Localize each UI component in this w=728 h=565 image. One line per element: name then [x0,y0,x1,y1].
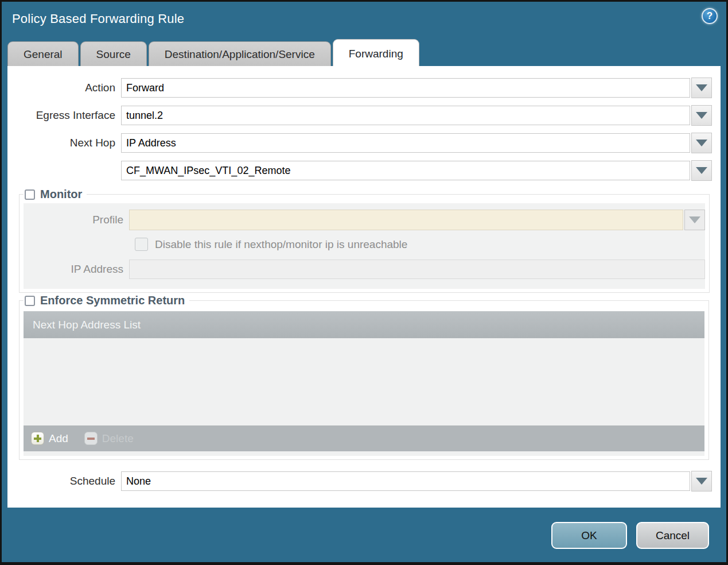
symmetric-return-checkbox[interactable] [25,296,35,306]
add-plus-icon [31,432,44,445]
profile-combo [129,210,705,230]
symmetric-return-fieldset: Enforce Symmetric Return Next Hop Addres… [19,294,709,460]
schedule-combo: None [121,471,712,492]
monitor-fieldset: Monitor Profile Disable this rule if nex… [19,188,710,293]
delete-minus-icon [84,432,98,445]
tab-destination-application-service[interactable]: Destination/Application/Service [149,41,331,66]
chevron-down-icon [696,167,707,174]
dialog-title: Policy Based Forwarding Rule [12,11,726,26]
profile-field [129,210,683,230]
dialog-footer: OK Cancel [2,509,726,562]
action-label: Action [7,82,121,94]
next-hop-address-combo: CF_MWAN_IPsec_VTI_02_Remote [121,160,712,181]
tab-forwarding[interactable]: Forwarding [333,39,419,66]
chevron-down-icon [689,216,700,223]
tab-general[interactable]: General [7,41,79,66]
tab-source[interactable]: Source [80,41,147,66]
dialog-titlebar: Policy Based Forwarding Rule ? [2,2,726,39]
next-hop-dropdown-button[interactable] [691,133,712,153]
monitor-checkbox[interactable] [25,189,35,200]
profile-dropdown-button [684,210,705,230]
add-button-label: Add [49,432,68,445]
disable-rule-row: Disable this rule if nexthop/monitor ip … [135,238,705,251]
chevron-down-icon [696,112,707,119]
egress-interface-row: Egress Interface tunnel.2 [7,105,721,126]
symmetric-return-title: Enforce Symmetric Return [40,294,185,307]
ok-button[interactable]: OK [551,522,627,549]
add-button[interactable]: Add [31,432,68,445]
next-hop-address-row: CF_MWAN_IPsec_VTI_02_Remote [7,160,721,181]
next-hop-address-list-grid: Next Hop Address List Add Delete [24,311,704,456]
action-row: Action Forward [7,78,721,98]
monitor-ip-address-field [129,260,705,279]
next-hop-label: Next Hop [7,137,121,149]
next-hop-row: Next Hop IP Address [7,133,721,153]
grid-column-header[interactable]: Next Hop Address List [24,311,704,338]
next-hop-address-dropdown-button[interactable] [691,160,712,181]
action-combo: Forward [121,78,712,98]
schedule-dropdown-button[interactable] [691,471,712,492]
monitor-ip-address-row: IP Address [24,260,705,279]
next-hop-combo: IP Address [121,133,712,153]
cancel-button[interactable]: Cancel [636,522,709,549]
schedule-field[interactable]: None [121,471,690,491]
schedule-row: Schedule None [7,471,721,492]
chevron-down-icon [696,140,707,146]
delete-button: Delete [84,432,134,445]
action-field[interactable]: Forward [121,78,690,98]
egress-interface-field[interactable]: tunnel.2 [121,106,690,125]
next-hop-type-field[interactable]: IP Address [121,133,690,153]
egress-interface-combo: tunnel.2 [121,105,712,126]
profile-label: Profile [24,214,129,226]
disable-rule-checkbox [135,238,148,251]
monitor-ip-address-label: IP Address [24,263,129,276]
tab-bar: General Source Destination/Application/S… [7,39,721,66]
delete-button-label: Delete [102,432,134,445]
profile-row: Profile [24,210,705,230]
monitor-title: Monitor [40,188,82,201]
action-dropdown-button[interactable] [691,78,712,98]
chevron-down-icon [696,84,707,91]
egress-interface-label: Egress Interface [7,109,121,122]
egress-interface-dropdown-button[interactable] [691,105,712,126]
schedule-label: Schedule [7,475,121,487]
chevron-down-icon [696,478,707,485]
grid-bottom-strip [24,451,704,456]
grid-body-empty[interactable] [24,338,704,425]
grid-toolbar: Add Delete [24,425,704,451]
next-hop-address-field[interactable]: CF_MWAN_IPsec_VTI_02_Remote [121,161,690,180]
monitor-body: Profile Disable this rule if nexthop/mon… [24,203,705,289]
monitor-legend: Monitor [24,188,87,201]
disable-rule-label: Disable this rule if nexthop/monitor ip … [155,238,407,251]
help-icon[interactable]: ? [702,8,718,24]
symmetric-return-legend: Enforce Symmetric Return [24,294,189,307]
forwarding-tab-panel: Action Forward Egress Interface tunnel.2… [7,66,721,508]
